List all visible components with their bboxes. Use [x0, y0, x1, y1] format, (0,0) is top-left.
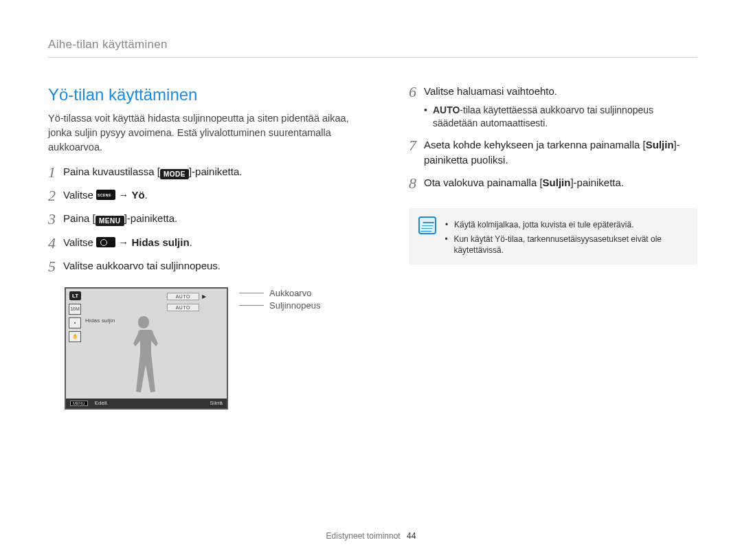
step-body: Paina kuvaustilassa [MODE]-painiketta.	[63, 164, 242, 180]
step-body: Ota valokuva painamalla [Suljin]-painike…	[424, 175, 624, 191]
note-bullet-2: • Kun käytät Yö-tilaa, tarkennusetäisyys…	[445, 234, 688, 257]
text: Paina [	[63, 212, 95, 224]
option-yo: Yö	[131, 189, 144, 201]
step-number: 2	[48, 188, 63, 204]
lcd-preview: LT ◀ AUTO ▶ AUTO 16M • ✋ Hidas suljin	[65, 287, 228, 410]
stabilizer-icon: ✋	[69, 331, 81, 342]
menu-small-icon: MENU	[70, 401, 88, 406]
camera-icon	[96, 237, 115, 247]
lcd-hidas-label: Hidas suljin	[85, 317, 115, 324]
text: .	[145, 189, 148, 201]
auto-label: AUTO	[433, 104, 460, 115]
step-5: 5 Valitse aukkoarvo tai suljinnopeus.	[48, 258, 374, 275]
step-body: Paina [MENU]-painiketta.	[63, 211, 177, 227]
bullet-dot-icon: •	[424, 104, 427, 131]
note-bullet-1: • Käytä kolmijalkaa, jotta kuvista ei tu…	[445, 219, 688, 231]
step-4: 4 Valitse → Hidas suljin.	[48, 235, 374, 251]
text: Valitse	[63, 189, 96, 201]
page-footer: Edistyneet toiminnot 44	[0, 531, 742, 541]
text: ]-painiketta.	[570, 177, 624, 188]
manual-page: Aihe-tilan käyttäminen Yö-tilan käyttämi…	[0, 0, 742, 560]
lcd-preview-wrap: LT ◀ AUTO ▶ AUTO 16M • ✋ Hidas suljin	[65, 287, 374, 410]
note-items: • Käytä kolmijalkaa, jotta kuvista ei tu…	[445, 216, 688, 256]
shutter-label: Suljin	[543, 177, 571, 188]
menu-icon: MENU	[95, 216, 124, 226]
text: Ota valokuva painamalla [	[424, 177, 543, 188]
legend-shutter: Suljinnopeus	[239, 300, 320, 312]
text: -tilaa käytettäessä aukkoarvo tai suljin…	[433, 104, 653, 129]
lcd-legend: Aukkoarvo Suljinnopeus	[239, 287, 320, 312]
intro-text: Yö-tilassa voit käyttää hidasta suljinno…	[48, 111, 374, 155]
section-title: Yö-tilan käyttäminen	[48, 85, 374, 104]
lcd-bottom-bar: MENU Edell. Siirrä	[66, 399, 227, 408]
text: Paina kuvaustilassa [	[63, 166, 160, 177]
mode-icon: MODE	[160, 169, 189, 179]
lcd-side-icons: 16M • ✋	[69, 304, 81, 342]
text: Valitse	[63, 236, 96, 248]
lcd-auto-aperture: AUTO	[167, 293, 199, 300]
arrow-right-icon: ▶	[202, 293, 206, 300]
step-body: Valitse → Hidas suljin.	[63, 235, 192, 251]
step-2: 2 Valitse → Yö.	[48, 188, 374, 204]
legend-label: Aukkoarvo	[269, 288, 311, 298]
option-hidas-suljin: Hidas suljin	[131, 236, 189, 248]
step-number: 5	[48, 258, 63, 275]
page-number: 44	[407, 531, 416, 541]
text: ]-painiketta.	[189, 166, 243, 177]
step-number: 3	[48, 211, 63, 227]
lcd-back-label: Edell.	[95, 400, 109, 406]
text: Aseta kohde kehykseen ja tarkenna painam…	[424, 139, 646, 150]
text: .	[190, 236, 192, 248]
bullet-dot-icon: •	[445, 219, 449, 231]
step-body: Valitse aukkoarvo tai suljinnopeus.	[63, 258, 221, 274]
breadcrumb: Aihe-tilan käyttäminen	[48, 38, 697, 52]
step-3: 3 Paina [MENU]-painiketta.	[48, 211, 374, 227]
lcd-mode-badge: LT	[69, 291, 81, 300]
step-6: 6 Valitse haluamasi vaihtoehto. • AUTO-t…	[409, 84, 697, 131]
step-1: 1 Paina kuvaustilassa [MODE]-painiketta.	[48, 164, 374, 181]
step-number: 4	[48, 235, 63, 251]
size-icon: 16M	[69, 304, 81, 315]
content-columns: Yö-tilan käyttäminen Yö-tilassa voit käy…	[48, 71, 697, 410]
step-body: Aseta kohde kehykseen ja tarkenna painam…	[424, 137, 697, 168]
step-sub: • AUTO-tilaa käytettäessä aukkoarvo tai …	[424, 104, 697, 131]
text: Valitse haluamasi vaihtoehto.	[424, 84, 697, 100]
leader-line-icon	[239, 305, 264, 306]
arrow: →	[115, 189, 131, 201]
legend-label: Suljinnopeus	[269, 300, 320, 311]
focus-point-icon: •	[69, 317, 81, 328]
step-number: 1	[48, 164, 63, 181]
bullet-text: AUTO-tilaa käytettäessä aukkoarvo tai su…	[433, 104, 697, 131]
note-icon	[418, 216, 436, 234]
step-number: 8	[409, 175, 424, 192]
step-8: 8 Ota valokuva painamalla [Suljin]-paini…	[409, 175, 697, 192]
bullet: • AUTO-tilaa käytettäessä aukkoarvo tai …	[424, 104, 697, 131]
scene-icon	[96, 190, 115, 200]
step-body: Valitse → Yö.	[63, 188, 148, 203]
note-text: Kun käytät Yö-tilaa, tarkennusetäisyysas…	[453, 234, 688, 257]
footer-section: Edistyneet toiminnot	[326, 531, 401, 541]
lcd-auto-shutter: AUTO	[167, 304, 199, 311]
note-text: Käytä kolmijalkaa, jotta kuvista ei tule…	[454, 219, 633, 231]
lcd-move-label: Siirrä	[210, 400, 223, 406]
left-column: Yö-tilan käyttäminen Yö-tilassa voit käy…	[48, 71, 374, 410]
text: ]-painiketta.	[124, 212, 178, 224]
right-column: 6 Valitse haluamasi vaihtoehto. • AUTO-t…	[409, 71, 697, 410]
legend-aperture: Aukkoarvo	[239, 287, 320, 300]
step-body: Valitse haluamasi vaihtoehto. • AUTO-til…	[424, 84, 697, 131]
note-box: • Käytä kolmijalkaa, jotta kuvista ei tu…	[409, 208, 697, 265]
arrow: →	[115, 236, 131, 248]
step-7: 7 Aseta kohde kehykseen ja tarkenna pain…	[409, 137, 697, 168]
person-silhouette-icon	[125, 316, 163, 399]
divider	[48, 57, 697, 58]
step-number: 7	[409, 137, 424, 154]
step-number: 6	[409, 84, 424, 100]
leader-line-icon	[239, 293, 264, 293]
bullet-dot-icon: •	[445, 234, 448, 257]
shutter-label: Suljin	[646, 139, 674, 150]
